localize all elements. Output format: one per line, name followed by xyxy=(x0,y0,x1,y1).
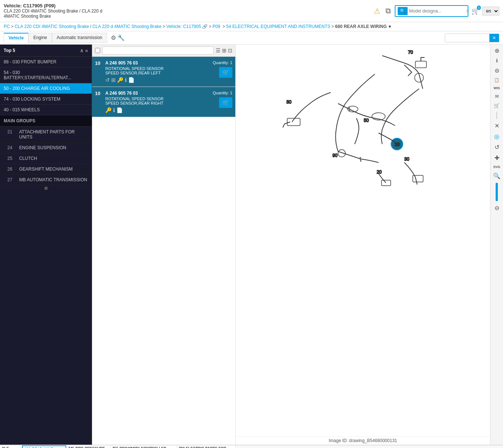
part-pos-2: 10 xyxy=(95,91,102,96)
part-qty-label-1: Quantity: 1 xyxy=(213,60,232,65)
breadcrumb-vehicle[interactable]: Vehicle: C117905 xyxy=(166,24,201,29)
part-cart-btn-1[interactable]: 🛒 xyxy=(219,67,232,78)
tab-bar: Vehicle Engine Automatic transmission ⚙ … xyxy=(4,33,126,43)
svg-text:10: 10 xyxy=(395,142,400,147)
diag-zoom-plus-btn[interactable]: 🔍 xyxy=(492,171,502,181)
part-cart-btn-2[interactable]: 🛒 xyxy=(219,97,232,108)
tab-extra-icon2[interactable]: 🔧 xyxy=(117,33,126,43)
sidebar-group-item-25[interactable]: 25 CLUTCH xyxy=(0,153,92,164)
svg-line-18 xyxy=(360,157,361,162)
diag-document-btn[interactable]: 📋 xyxy=(493,77,500,84)
diag-undo-btn[interactable]: ↺ xyxy=(493,143,500,152)
parts-list: ☰ ⊞ ⊡ 10 A 246 905 76 03 ROTATIONAL SPEE… xyxy=(92,45,236,445)
sidebar-group-item-24[interactable]: 24 ENGINE SUSPENSION xyxy=(0,143,92,153)
part-refresh-btn-1[interactable]: ↺ xyxy=(105,77,110,83)
tab-extra-icon1[interactable]: ⚙ xyxy=(110,33,117,43)
sidebar-collapse-btn[interactable]: ∧ xyxy=(80,48,84,53)
breadcrumb: PC > CLA 220 CDI 4MATIC Shooting Brake /… xyxy=(0,22,503,31)
parts-compact-view-btn[interactable]: ⊡ xyxy=(228,48,232,53)
sidebar: Top 5 ∧ « 88 - 030 FRONT BUMPER 54 - 030… xyxy=(0,45,92,445)
diag-info-btn[interactable]: ℹ xyxy=(495,57,499,64)
header-right: ⚠ ⧉ 🔍 ✕ 🛒0 en de fr xyxy=(373,5,499,17)
sidebar-item-locking[interactable]: 74 - 030 LOCKING SYSTEM xyxy=(0,94,92,105)
breadcrumb-cla220cdi[interactable]: CLA 220 CDI 4MATIC Shooting Brake xyxy=(15,24,89,29)
part-row-1[interactable]: 10 A 246 905 76 03 ROTATIONAL SPEED SENS… xyxy=(92,57,235,87)
sidebar-main-groups-list: 21 ATTACHMENT PARTS FOR UNITS 24 ENGINE … xyxy=(0,127,92,185)
model-search-input[interactable] xyxy=(409,8,464,14)
sidebar-collapse-all-btn[interactable]: « xyxy=(85,48,88,53)
sidebar-item-front-bumper[interactable]: 88 - 030 FRONT BUMPER xyxy=(0,57,92,67)
search-clear-button[interactable]: ✕ xyxy=(466,8,469,14)
part-number-2: A 246 905 76 03 xyxy=(105,91,210,96)
tab-search-input[interactable] xyxy=(445,34,489,42)
parts-list-toolbar: ☰ ⊞ ⊡ xyxy=(92,45,235,57)
diag-zoom-out-btn[interactable]: ⊖ xyxy=(493,203,500,213)
diagram-svg: 70 80 50 xyxy=(236,45,477,192)
part-name2-1: SPEED SENSOR,REAR LEFT xyxy=(105,71,210,75)
thumb-item-3[interactable]: 745 TIRE PRESSURE CHECK ✎ xyxy=(66,445,110,448)
part-qty-2: Quantity: 1 🛒 xyxy=(213,91,232,108)
diag-filter-btn[interactable]: ⊜ xyxy=(493,66,500,75)
thumb-label-4: 755 PROXIMITY-CONTROLLED CRUISE CONTROL … xyxy=(110,445,176,448)
sidebar-top5-header: Top 5 ∧ « xyxy=(0,45,92,57)
parts-select-all[interactable] xyxy=(95,48,100,53)
breadcrumb-electrical[interactable]: 54 ELECTRICAL EQUIPMENT AND INSTRUMENTS xyxy=(226,24,330,29)
breadcrumb-current[interactable]: 680 REAR AXLE WIRING ▼ xyxy=(335,24,392,29)
part-key-btn-2[interactable]: 🔑 xyxy=(105,107,112,113)
diag-cross-btn[interactable]: ✚ xyxy=(493,153,500,162)
tab-auto-transmission[interactable]: Automatic transmission xyxy=(52,33,107,43)
parts-grid-view-btn[interactable]: ⊞ xyxy=(222,48,226,53)
part-pos-1: 10 xyxy=(95,60,102,66)
part-doc-btn-1[interactable]: 📄 xyxy=(128,77,134,83)
thumb-item-5[interactable]: 783 ELECTRIC PARTS FOR CHASSIS ADJUSTMEN… xyxy=(177,445,236,448)
breadcrumb-p09[interactable]: P09 xyxy=(212,24,220,29)
parts-search-input[interactable] xyxy=(102,46,214,55)
svg-text:20: 20 xyxy=(377,169,382,175)
parts-list-view-btn[interactable]: ☰ xyxy=(216,48,221,53)
diag-wis-btn[interactable]: WIS xyxy=(493,85,501,91)
cart-button[interactable]: 🛒0 xyxy=(471,7,479,15)
sidebar-main-groups-header: Main groups xyxy=(0,115,92,127)
sidebar-group-item-27[interactable]: 27 MB AUTOMATIC TRANSMISSION xyxy=(0,175,92,185)
sidebar-scroll-thumb[interactable] xyxy=(45,187,48,190)
part-info-btn-1[interactable]: ℹ xyxy=(125,77,127,83)
breadcrumb-pc[interactable]: PC xyxy=(4,24,10,29)
top-header: Vehicle: C117905 (P09) CLA 220 CDI 4MATI… xyxy=(0,0,503,22)
part-row-2[interactable]: 10 A 246 905 76 03 ROTATIONAL SPEED SENS… xyxy=(92,87,235,117)
svg-text:70: 70 xyxy=(408,50,413,55)
part-qty-1: Quantity: 1 🛒 xyxy=(213,60,232,78)
sidebar-item-wheels[interactable]: 40 - 015 WHEELS xyxy=(0,105,92,115)
sidebar-group-item-21[interactable]: 21 ATTACHMENT PARTS FOR UNITS xyxy=(0,127,92,143)
part-details-2: A 246 905 76 03 ROTATIONAL SPEED SENSOR … xyxy=(105,91,210,113)
model-search-button[interactable]: 🔍 xyxy=(398,7,408,15)
sidebar-item-battery[interactable]: 54 - 030 BATTERY,STARTER/ALTERNAT... xyxy=(0,67,92,83)
diag-zoom-in-btn[interactable]: ⊕ xyxy=(493,46,500,55)
diag-cart-btn[interactable]: 🛒 xyxy=(493,102,501,109)
language-select[interactable]: en de fr xyxy=(482,7,499,15)
diag-separator xyxy=(496,112,497,119)
tab-engine[interactable]: Engine xyxy=(28,33,52,43)
svg-text:90: 90 xyxy=(333,153,338,158)
copy-button[interactable]: ⧉ xyxy=(384,6,392,16)
cart-badge: 0 xyxy=(477,6,481,10)
part-number-1: A 246 905 76 03 xyxy=(105,60,210,66)
part-info-btn-2[interactable]: ℹ xyxy=(113,107,115,113)
diag-svg-btn[interactable]: SVG xyxy=(492,164,501,170)
diag-circle-btn[interactable]: ◎ xyxy=(493,132,500,141)
diag-close-btn[interactable]: ✕ xyxy=(493,121,500,130)
thumb-item-1[interactable]: XLE WIRING ✎ xyxy=(0,445,22,448)
breadcrumb-cla220d[interactable]: CLA 220 d 4MATIC Shooting Brake xyxy=(92,24,162,29)
thumb-item-4[interactable]: 755 PROXIMITY-CONTROLLED CRUISE CONTROL … xyxy=(110,445,177,448)
sidebar-item-charge-air[interactable]: 50 - 200 CHARGE AIR COOLING xyxy=(0,83,92,94)
thumb-item-2[interactable]: 680 REAR AXLE WIRING ✎ 10 xyxy=(22,445,66,448)
sidebar-group-item-26[interactable]: 26 GEARSHIFT MECHANISM xyxy=(0,164,92,175)
tab-search-clear[interactable]: ✕ xyxy=(489,34,499,42)
part-grid-btn-1[interactable]: ⊞ xyxy=(111,77,116,83)
image-id-bar: Image ID: drawing_B54680000131 xyxy=(236,436,490,445)
tab-vehicle[interactable]: Vehicle xyxy=(4,33,28,43)
part-doc-btn-2[interactable]: 📄 xyxy=(116,107,123,113)
part-key-btn-1[interactable]: 🔑 xyxy=(117,77,123,83)
warning-button[interactable]: ⚠ xyxy=(373,6,381,17)
model-search-box: 🔍 ✕ xyxy=(395,5,468,17)
diag-mail-btn[interactable]: ✉ xyxy=(494,92,500,100)
